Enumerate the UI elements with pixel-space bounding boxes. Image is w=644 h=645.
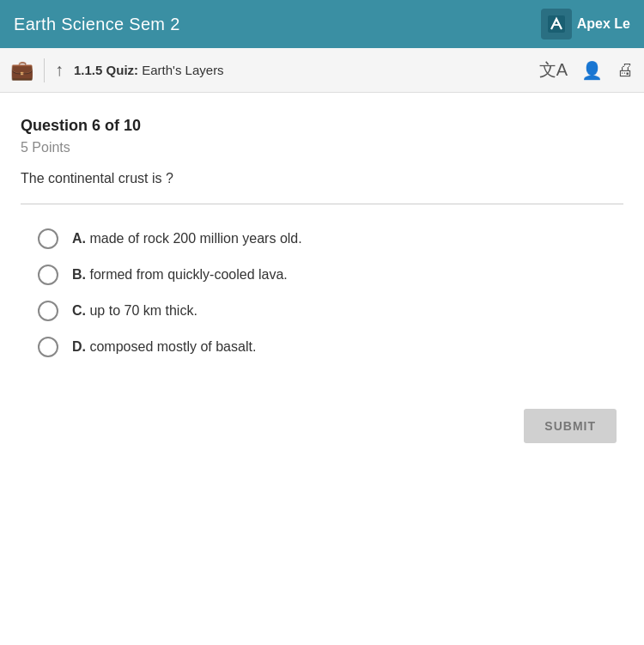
- sub-nav-left: 💼 ↑ 1.1.5 Quiz: Earth's Layers: [10, 58, 529, 82]
- radio-button-a[interactable]: [38, 228, 58, 249]
- option-item-a[interactable]: A. made of rock 200 million years old.: [38, 228, 623, 249]
- option-label-b: B. formed from quickly-cooled lava.: [72, 267, 288, 283]
- option-label-a: A. made of rock 200 million years old.: [72, 231, 302, 246]
- nav-divider: [44, 58, 45, 82]
- option-text: formed from quickly-cooled lava.: [89, 267, 287, 282]
- apex-logo: Apex Le: [541, 9, 630, 40]
- logo-text: Apex Le: [577, 16, 630, 32]
- submit-area: SUBMIT: [21, 409, 623, 443]
- main-content: Question 6 of 10 5 Points The continenta…: [0, 93, 644, 464]
- translate-icon[interactable]: 文A: [539, 58, 568, 82]
- question-title: Question 6 of 10: [21, 117, 623, 135]
- sub-nav: 💼 ↑ 1.1.5 Quiz: Earth's Layers 文A 👤 🖨: [0, 48, 644, 93]
- question-header: Question 6 of 10 5 Points: [21, 117, 623, 155]
- option-letter: A.: [72, 231, 89, 246]
- option-letter: B.: [72, 267, 89, 282]
- nav-up-arrow-icon[interactable]: ↑: [55, 60, 64, 80]
- option-text: made of rock 200 million years old.: [89, 231, 301, 246]
- options-list: A. made of rock 200 million years old.B.…: [21, 228, 623, 357]
- person-icon[interactable]: 👤: [581, 60, 603, 81]
- radio-button-b[interactable]: [38, 265, 58, 285]
- breadcrumb-topic: Earth's Layers: [142, 63, 223, 77]
- question-text: The continental crust is ?: [21, 171, 623, 186]
- logo-icon: [541, 9, 572, 40]
- submit-button[interactable]: SUBMIT: [524, 409, 617, 443]
- breadcrumb-type: Quiz:: [106, 63, 139, 77]
- option-label-d: D. composed mostly of basalt.: [72, 339, 256, 355]
- option-item-c[interactable]: C. up to 70 km thick.: [38, 301, 623, 321]
- briefcase-icon[interactable]: 💼: [10, 59, 33, 82]
- radio-button-d[interactable]: [38, 337, 58, 357]
- question-points: 5 Points: [21, 140, 623, 155]
- radio-button-c[interactable]: [38, 301, 58, 321]
- option-item-b[interactable]: B. formed from quickly-cooled lava.: [38, 265, 623, 285]
- breadcrumb: 1.1.5 Quiz: Earth's Layers: [74, 63, 224, 77]
- question-divider: [21, 204, 623, 204]
- option-text: up to 70 km thick.: [89, 303, 197, 318]
- option-letter: C.: [72, 303, 89, 318]
- option-item-d[interactable]: D. composed mostly of basalt.: [38, 337, 623, 357]
- top-header: Earth Science Sem 2 Apex Le: [0, 0, 644, 48]
- breadcrumb-number: 1.1.5: [74, 63, 102, 77]
- option-text: composed mostly of basalt.: [89, 339, 256, 354]
- option-label-c: C. up to 70 km thick.: [72, 303, 197, 319]
- print-icon[interactable]: 🖨: [617, 60, 634, 80]
- option-letter: D.: [72, 339, 89, 354]
- sub-nav-right: 文A 👤 🖨: [539, 58, 634, 82]
- app-title: Earth Science Sem 2: [14, 15, 180, 34]
